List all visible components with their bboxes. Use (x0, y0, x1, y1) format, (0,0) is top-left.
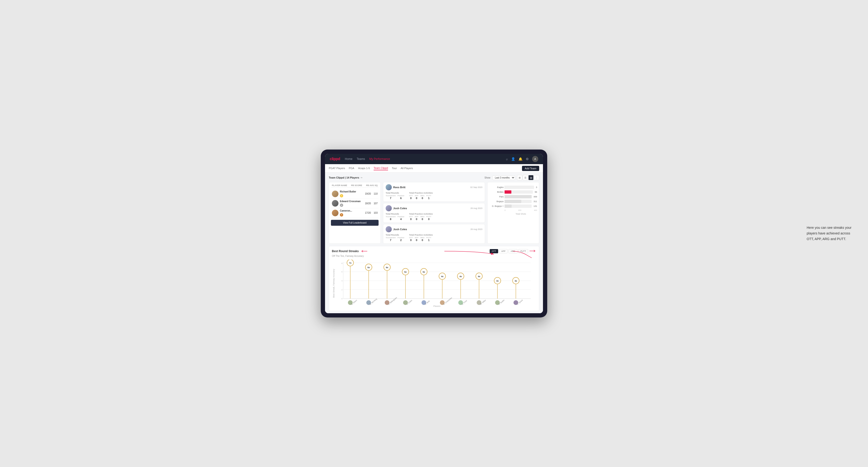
bar-wrap (504, 186, 534, 189)
card-view-btn[interactable]: ▤ (528, 175, 533, 180)
bar-fill (504, 200, 521, 203)
nav-teams[interactable]: Teams (356, 157, 365, 161)
app-value: 0 (416, 197, 417, 199)
bar-label-birdies: Birdies (489, 191, 503, 193)
add-team-button[interactable]: Add Team (522, 166, 539, 171)
show-label: Show (485, 177, 490, 179)
grid-view-btn[interactable]: ⊞ (517, 175, 522, 180)
nav-home[interactable]: Home (345, 157, 352, 161)
total-rounds-group: Total Rounds Tournament 7 Practice 2 (385, 234, 404, 242)
nav-links: Home Teams My Performance (345, 157, 390, 161)
chart-row-pars: Pars 499 (489, 195, 537, 198)
practice-activities-group: Total Practice Activities OTT 0 APP 0 (409, 234, 433, 242)
chart-row-bogeys: Bogeys 311 (489, 200, 537, 203)
avatar[interactable]: A (532, 156, 538, 162)
period-select[interactable]: Last 3 months (492, 176, 515, 180)
card-player: Rees Britt (385, 184, 405, 190)
list-view-btn[interactable]: ☰ (523, 175, 528, 180)
practice-value: 2 (400, 239, 402, 242)
card-avatar (385, 226, 392, 232)
team-title-text: Team Clippd (329, 176, 344, 179)
nav-my-performance[interactable]: My Performance (369, 157, 390, 161)
bar-fill (504, 205, 512, 208)
avatar (332, 210, 338, 216)
svg-text:3x: 3x (496, 280, 499, 282)
detail-view-btn[interactable]: ⋮ (534, 175, 539, 180)
subnav-all-players[interactable]: All Players (401, 167, 413, 170)
table-row: Cameron... 3 17/20 103 (331, 208, 379, 218)
card-date: 02 Sep 2023 (470, 186, 483, 188)
bar-label-bogeys: Bogeys (489, 200, 503, 203)
chart-panel: Eagles 3 Birdies 96 (487, 182, 539, 244)
search-icon[interactable]: ⌕ (506, 157, 508, 161)
bar-chart: Eagles 3 Birdies 96 (489, 184, 537, 231)
subnav-pgat[interactable]: PGAT Players (329, 167, 345, 170)
practice-activities-label: Total Practice Activities (409, 213, 433, 215)
team-header: Team Clippd | 14 Players ✏ Show Last 3 m… (329, 175, 539, 180)
practice-stat: Practice 2 (398, 237, 404, 242)
avatar (332, 191, 338, 197)
streaks-section-wrapper: Best Round Streaks OTT APP ARG PUTT (329, 246, 539, 311)
svg-text:3x: 3x (515, 280, 517, 282)
settings-icon[interactable]: ⚙ (526, 157, 529, 161)
ott-value: 0 (410, 218, 412, 220)
svg-text:Best Streak, Fairway Accuracy: Best Streak, Fairway Accuracy (333, 269, 335, 298)
putt-label: PUTT (427, 195, 431, 197)
practice-value: 4 (400, 218, 402, 220)
practice-activities-label: Total Practice Activities (409, 192, 433, 194)
ott-stat: OTT 0 (409, 216, 413, 220)
svg-text:2: 2 (342, 289, 343, 291)
svg-text:8: 8 (342, 262, 343, 264)
streaks-subtitle: Off The Tee, Fairway Accuracy (332, 255, 536, 257)
svg-text:6x: 6x (368, 266, 370, 269)
pb-score-header: PB SCORE (351, 184, 362, 187)
svg-text:6: 6 (342, 271, 343, 273)
streaks-header: Best Round Streaks OTT APP ARG PUTT (332, 249, 536, 253)
player-scores: 17/20 103 (365, 212, 378, 214)
tournament-value: 7 (390, 197, 391, 199)
app-stat: APP 0 (415, 195, 418, 199)
bar-wrap (504, 190, 533, 194)
tournament-value: 8 (390, 218, 391, 220)
person-icon[interactable]: 👤 (511, 157, 515, 161)
x-axis-label: Total Shots (489, 211, 537, 216)
subnav-pga[interactable]: PGA (349, 167, 354, 170)
pb-score: 19/20 (365, 192, 371, 195)
card-avatar (385, 205, 392, 211)
sub-nav: PGAT Players PGA Hcaps 1-5 Team Clippd T… (325, 164, 543, 173)
team-controls: Show Last 3 months ⊞ ☰ ▤ ⋮ (485, 175, 539, 180)
arg-value: 0 (422, 239, 423, 242)
rank-badge: 1 (340, 194, 343, 197)
view-leaderboard-button[interactable]: View Full Leaderboard (331, 220, 379, 226)
right-arrow-indicator (529, 249, 536, 253)
card-top: Josh Coles 26 Aug 2023 (385, 205, 483, 211)
tab-putt[interactable]: PUTT (519, 249, 528, 253)
subnav-hcaps[interactable]: Hcaps 1-5 (358, 167, 370, 170)
pb-avg-sq: 103 (374, 212, 378, 214)
pb-avg-sq-header: PB AVG SQ (366, 184, 378, 187)
top-nav: clippd Home Teams My Performance ⌕ 👤 🔔 ⚙… (325, 154, 543, 164)
stat-row: OTT 0 APP 0 ARG 0 (409, 237, 433, 242)
edit-icon[interactable]: ✏ (361, 177, 363, 179)
pb-avg-sq: 107 (374, 202, 378, 205)
x-axis: 0 200 400 (489, 209, 537, 211)
player-card: Josh Coles 26 Aug 2023 Total Rounds Tour… (383, 203, 485, 223)
tablet-screen: clippd Home Teams My Performance ⌕ 👤 🔔 ⚙… (325, 154, 543, 313)
col-headers: PLAYER NAME PB SCORE PB AVG SQ (331, 184, 379, 188)
player-name: Edward Crossman (340, 200, 364, 203)
bell-icon[interactable]: 🔔 (519, 157, 522, 161)
player-scores: 19/20 110 (365, 192, 378, 195)
subnav-team-clippd[interactable]: Team Clippd (374, 166, 388, 170)
card-player: Josh Coles (385, 205, 407, 211)
ott-stat: OTT 0 (409, 237, 413, 242)
tab-arg[interactable]: ARG (508, 249, 518, 253)
rank-badge: 3 (340, 213, 343, 217)
subnav-tour[interactable]: Tour (392, 167, 397, 170)
player-info: Edward Crossman 2 (340, 200, 364, 207)
putt-stat: PUTT 1 (427, 237, 431, 242)
stat-row: Tournament 8 Practice 4 (385, 216, 404, 220)
player-info: Cameron... 3 (340, 210, 364, 217)
tab-app[interactable]: APP (499, 249, 507, 253)
player-card: Josh Coles 26 Aug 2023 Total Rounds Tour… (383, 224, 485, 244)
tab-ott[interactable]: OTT (490, 249, 498, 253)
